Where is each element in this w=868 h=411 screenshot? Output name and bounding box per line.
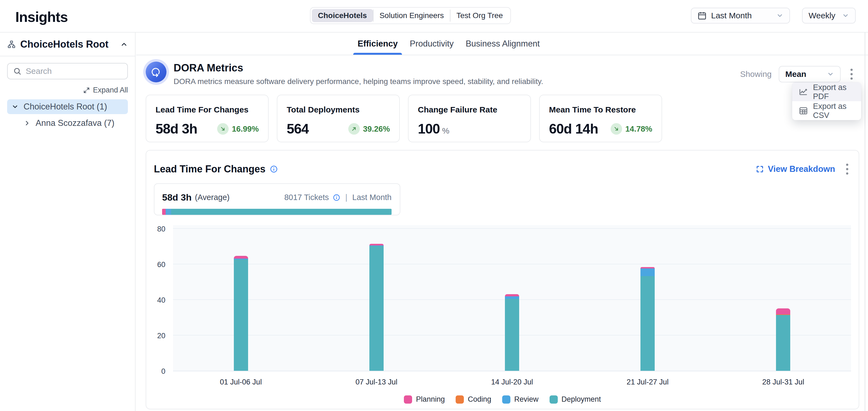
export-pdf-menu-item[interactable]: Export as PDF <box>792 82 861 101</box>
expand-all-button[interactable]: Expand All <box>0 86 128 94</box>
y-tick-label: 0 <box>161 367 165 376</box>
bar-column <box>309 225 444 371</box>
legend-item-review[interactable]: Review <box>502 395 538 404</box>
chevron-down-icon <box>827 71 834 78</box>
stacked-bar-1[interactable] <box>234 256 248 371</box>
bar-column <box>173 225 309 371</box>
tab-label: Business Alignment <box>466 39 540 49</box>
chart-export-icon <box>799 87 808 97</box>
search-icon <box>13 67 21 75</box>
trend-down-icon <box>217 123 229 135</box>
expand-icon <box>756 165 764 173</box>
tree-item-root[interactable]: ChoiceHotels Root (1) <box>7 99 128 114</box>
plot-area <box>173 225 851 371</box>
trend-value: 14.78% <box>625 125 652 134</box>
metric-value: 564 <box>287 121 309 137</box>
stacked-bar-4[interactable] <box>641 267 655 371</box>
bar-segment-planning <box>776 308 790 314</box>
chart-legend: PlanningCodingReviewDeployment <box>154 395 851 404</box>
main-content: Efficiency Productivity Business Alignme… <box>136 33 868 411</box>
metric-cards-row: Lead Time For Changes 58d 3h 16.99% Tota… <box>146 95 662 142</box>
bar-segment-deployment <box>776 315 790 371</box>
legend-item-deployment[interactable]: Deployment <box>550 395 601 404</box>
info-icon[interactable] <box>333 194 340 201</box>
export-menu: Export as PDF Export as CSV <box>792 82 861 120</box>
main-tabs: Efficiency Productivity Business Alignme… <box>136 33 868 55</box>
chevron-down-icon[interactable] <box>11 103 19 110</box>
active-tab-underline <box>353 53 402 55</box>
scrollbar[interactable] <box>865 33 865 411</box>
chart-title: Lead Time For Changes <box>154 163 278 175</box>
bar-segment-review <box>505 296 519 299</box>
granularity-select[interactable]: Weekly <box>802 8 856 24</box>
org-tab-solution-engineers[interactable]: Solution Engineers <box>373 9 450 22</box>
legend-item-coding[interactable]: Coding <box>456 395 491 404</box>
phase-distribution-bar <box>162 209 392 215</box>
y-tick-label: 40 <box>157 296 165 305</box>
stacked-bar-2[interactable] <box>369 244 383 371</box>
trend-badge: 14.78% <box>611 123 652 135</box>
search-input[interactable] <box>26 67 122 76</box>
trend-badge: 39.26% <box>348 123 390 135</box>
legend-swatch <box>550 396 558 404</box>
y-tick-label: 80 <box>157 225 165 233</box>
org-tree: ChoiceHotels Root (1) Anna Scozzafava (7… <box>0 99 135 131</box>
info-icon[interactable] <box>270 165 278 173</box>
bar-segment-planning <box>505 294 519 296</box>
distribution-segment-deployment <box>171 209 392 215</box>
dora-cycle-icon <box>146 62 166 82</box>
trend-up-icon <box>348 123 360 135</box>
metric-card-lead-time: Lead Time For Changes 58d 3h 16.99% <box>146 95 269 142</box>
stacked-bar-3[interactable] <box>505 294 519 371</box>
dora-title: DORA Metrics <box>174 62 543 74</box>
chevron-down-icon <box>776 12 783 19</box>
chart-kebab-menu-button[interactable] <box>843 162 851 177</box>
page-title: Insights <box>16 9 68 25</box>
granularity-value: Weekly <box>809 11 835 20</box>
distribution-segment-planning <box>162 209 166 215</box>
stacked-bar-5[interactable] <box>776 308 790 371</box>
top-header: Insights ChoiceHotels Solution Engineers… <box>0 0 868 33</box>
bar-segment-review <box>641 268 655 276</box>
view-breakdown-button[interactable]: View Breakdown <box>756 164 835 174</box>
org-hierarchy-icon <box>7 40 16 49</box>
average-value: 58d 3h <box>162 192 192 203</box>
tree-item-label: ChoiceHotels Root (1) <box>24 102 107 112</box>
legend-item-planning[interactable]: Planning <box>404 395 445 404</box>
legend-label: Coding <box>468 395 491 404</box>
x-tick-label: 28 Jul-31 Jul <box>715 378 851 386</box>
x-tick-label: 21 Jul-27 Jul <box>580 378 715 386</box>
date-range-select[interactable]: Last Month <box>691 8 790 24</box>
search-box <box>7 63 128 79</box>
bar-column <box>715 225 851 371</box>
legend-label: Deployment <box>562 395 601 404</box>
average-summary-card: 58d 3h (Average) 8017 Tickets | Last Mon… <box>154 183 400 215</box>
dora-kebab-menu-button[interactable] <box>848 67 856 82</box>
export-csv-label: Export as CSV <box>813 102 855 120</box>
showing-select[interactable]: Mean <box>779 66 841 82</box>
lead-time-chart-card: Lead Time For Changes View Breakdown <box>146 150 859 409</box>
metric-value: 58d 3h <box>156 121 197 137</box>
chevron-right-icon[interactable] <box>24 119 31 127</box>
x-tick-label: 01 Jul-06 Jul <box>173 378 309 386</box>
legend-label: Planning <box>416 395 445 404</box>
trend-down-icon <box>611 123 622 135</box>
tab-efficiency[interactable]: Efficiency <box>357 33 398 55</box>
org-tab-group: ChoiceHotels Solution Engineers Test Org… <box>310 7 511 24</box>
collapse-sidebar-icon[interactable] <box>120 40 128 48</box>
legend-swatch <box>502 396 510 404</box>
bar-column <box>580 225 715 371</box>
tab-business-alignment[interactable]: Business Alignment <box>465 33 540 55</box>
x-axis-labels: 01 Jul-06 Jul07 Jul-13 Jul14 Jul-20 Jul2… <box>173 378 851 386</box>
y-tick-label: 20 <box>157 332 165 340</box>
tab-productivity[interactable]: Productivity <box>409 33 454 55</box>
view-breakdown-label: View Breakdown <box>768 164 835 174</box>
bar-column <box>444 225 580 371</box>
org-tab-choicehotels[interactable]: ChoiceHotels <box>312 9 373 22</box>
x-tick-label: 14 Jul-20 Jul <box>444 378 580 386</box>
export-csv-menu-item[interactable]: Export as CSV <box>792 101 861 120</box>
org-tab-test-org-tree[interactable]: Test Org Tree <box>451 9 509 22</box>
legend-swatch <box>404 396 412 404</box>
tree-item-child[interactable]: Anna Scozzafava (7) <box>7 116 128 131</box>
average-suffix: (Average) <box>195 193 230 202</box>
